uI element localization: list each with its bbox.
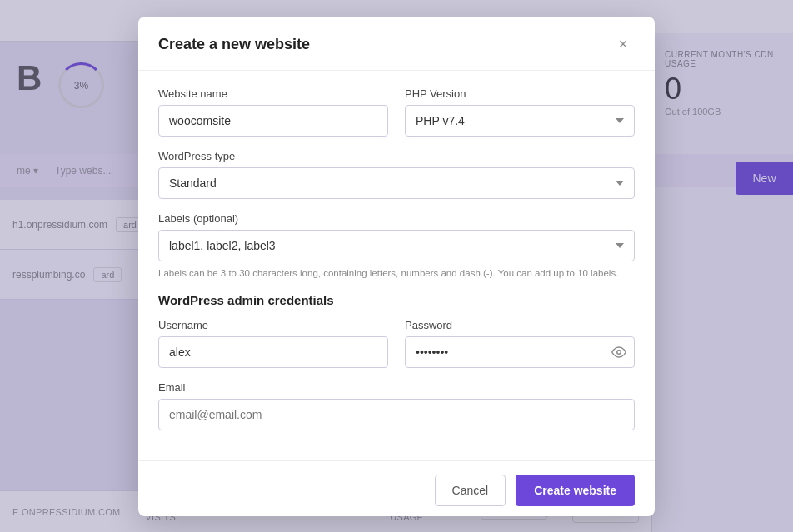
create-website-button[interactable]: Create website <box>516 475 635 506</box>
modal-body: Website name PHP Version PHP v7.4 PHP v8… <box>138 71 655 460</box>
labels-select[interactable]: label1, label2, label3 <box>158 230 635 261</box>
modal-backdrop: Create a new website × Website name PHP … <box>0 0 793 532</box>
credentials-section-title: WordPress admin credentials <box>158 293 635 307</box>
labels-group: Labels (optional) label1, label2, label3… <box>158 212 635 280</box>
wp-type-group: WordPress type Standard Multisite <box>158 150 635 199</box>
website-name-label: Website name <box>158 87 388 100</box>
email-input[interactable] <box>158 399 635 430</box>
modal-header: Create a new website × <box>138 17 655 71</box>
labels-label: Labels (optional) <box>158 212 635 225</box>
email-group: Email <box>158 381 635 430</box>
form-row-3: Labels (optional) label1, label2, label3… <box>158 212 635 280</box>
php-version-label: PHP Version <box>405 87 635 100</box>
php-version-select[interactable]: PHP v7.4 PHP v8.0 PHP v8.1 PHP v8.2 <box>405 105 635 137</box>
php-version-group: PHP Version PHP v7.4 PHP v8.0 PHP v8.1 P… <box>405 87 635 137</box>
modal-close-button[interactable]: × <box>611 33 635 57</box>
form-row-2: WordPress type Standard Multisite <box>158 150 635 199</box>
modal-title: Create a new website <box>158 36 310 53</box>
labels-hint: Labels can be 3 to 30 characters long, c… <box>158 266 635 280</box>
password-wrapper <box>405 336 635 368</box>
password-label: Password <box>405 319 635 331</box>
wp-type-select[interactable]: Standard Multisite <box>158 167 635 199</box>
website-name-group: Website name <box>158 87 388 137</box>
toggle-password-button[interactable] <box>611 345 626 360</box>
svg-point-0 <box>617 350 621 354</box>
wp-type-label: WordPress type <box>158 150 635 162</box>
form-row-4: Username Password <box>158 319 635 368</box>
modal-footer: Cancel Create website <box>138 460 655 516</box>
username-group: Username <box>158 319 388 368</box>
password-group: Password <box>405 319 635 368</box>
username-input[interactable] <box>158 336 388 368</box>
username-label: Username <box>158 319 388 331</box>
password-input[interactable] <box>405 336 635 368</box>
eye-icon <box>611 345 626 360</box>
website-name-input[interactable] <box>158 105 388 137</box>
cancel-button[interactable]: Cancel <box>435 475 506 506</box>
form-row-5: Email <box>158 381 635 430</box>
create-website-modal: Create a new website × Website name PHP … <box>138 17 655 516</box>
form-row-1: Website name PHP Version PHP v7.4 PHP v8… <box>158 87 635 137</box>
email-label: Email <box>158 381 635 394</box>
